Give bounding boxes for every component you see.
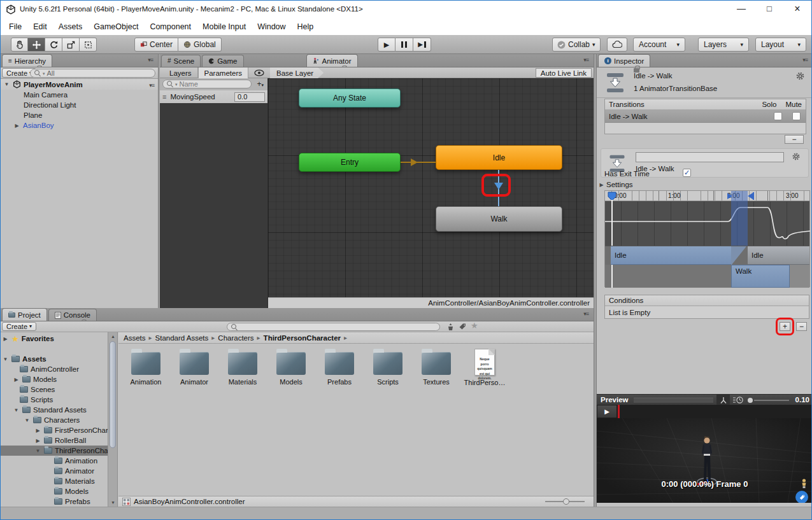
base-layer-breadcrumb[interactable]: Base Layer <box>270 67 324 78</box>
pause-button[interactable] <box>395 38 413 52</box>
hierarchy-item-main-camera[interactable]: Main Camera <box>1 90 158 100</box>
layers-dropdown[interactable]: Layers▾ <box>698 38 749 52</box>
tab-animator[interactable]: Animator <box>306 54 358 67</box>
tab-inspector[interactable]: iInspector <box>598 54 650 67</box>
rotate-tool-button[interactable] <box>45 38 62 52</box>
expander-icon[interactable]: ▼ <box>24 418 31 423</box>
remove-transition-button[interactable]: − <box>785 135 804 144</box>
menu-file[interactable]: File <box>3 22 27 31</box>
pivot-center-button[interactable]: Center <box>134 38 178 52</box>
expander-icon[interactable]: ▶ <box>34 428 41 433</box>
tab-hierarchy[interactable]: ≡Hierarchy <box>2 54 52 67</box>
asset-folder-prefabs[interactable]: Prefabs <box>315 352 364 386</box>
tree-item-scripts[interactable]: Scripts <box>1 395 117 405</box>
source-clip-idle[interactable]: Idle <box>611 246 731 265</box>
tree-item-models2[interactable]: Models <box>1 486 117 496</box>
menu-assets[interactable]: Assets <box>53 22 89 31</box>
mute-checkbox[interactable] <box>792 112 801 120</box>
add-parameter-button[interactable]: +▾ <box>257 80 264 88</box>
gear-icon[interactable] <box>795 71 805 81</box>
breadcrumb-characters[interactable]: Characters <box>218 334 253 342</box>
hierarchy-item-directional-light[interactable]: Directional Light <box>1 100 158 110</box>
breadcrumb-assets[interactable]: Assets <box>124 334 146 342</box>
menu-gameobject[interactable]: GameObject <box>88 22 144 31</box>
tab-game[interactable]: Game <box>202 55 243 67</box>
asset-file-thirdperson-doc[interactable]: Neque porro quisquam est qui dolorem.Thi… <box>460 349 509 386</box>
hierarchy-item-plane[interactable]: Plane <box>1 110 158 120</box>
transition-region[interactable] <box>731 191 748 246</box>
pane-menu-icon[interactable]: ▾≡ <box>583 311 588 317</box>
asset-folder-scripts[interactable]: Scripts <box>364 352 412 386</box>
cloud-button[interactable] <box>607 38 627 52</box>
timeline-ruler[interactable]: 0:00 1:00 2:00 3:00 <box>605 191 809 201</box>
hierarchy-item-asianboy[interactable]: ▶AsianBoy <box>1 120 158 130</box>
tree-item-animcontroller[interactable]: AnimController <box>1 364 117 374</box>
tree-scrollbar[interactable]: ▲ ▼ <box>108 332 117 507</box>
solo-checkbox[interactable] <box>774 112 782 120</box>
menu-component[interactable]: Component <box>144 22 197 31</box>
drag-handle-lines[interactable] <box>634 398 713 402</box>
hierarchy-search-input[interactable]: ▾All <box>30 69 155 78</box>
auto-live-link-button[interactable]: Auto Live Link <box>536 68 592 78</box>
tab-project[interactable]: Project <box>2 308 47 321</box>
search-by-label-icon[interactable] <box>459 323 467 331</box>
preview-gizmo-button[interactable] <box>716 395 730 405</box>
state-node-any-state[interactable]: Any State <box>299 88 401 108</box>
destination-clip-idle[interactable]: Idle <box>748 246 809 265</box>
expander-icon[interactable]: ▶ <box>13 377 20 383</box>
preview-play-bar[interactable]: ▶ <box>597 405 812 418</box>
layers-subtab[interactable]: Layers <box>164 67 198 78</box>
settings-expander-icon[interactable]: ▶ <box>598 182 605 188</box>
preview-viewport[interactable]: 0:00 (000.0%) Frame 0 <box>597 418 812 503</box>
expander-icon[interactable]: ▶ <box>2 336 9 342</box>
remove-condition-button[interactable]: − <box>796 322 807 331</box>
parameters-subtab[interactable]: Parameters <box>198 67 248 78</box>
preview-tag-button[interactable] <box>795 491 808 503</box>
pane-menu-icon[interactable]: ▾≡ <box>583 57 588 63</box>
transition-timeline[interactable]: 0:00 1:00 2:00 3:00 Idle Idle <box>604 190 810 287</box>
speed-slider-knob[interactable] <box>748 398 753 403</box>
menu-mobile-input[interactable]: Mobile Input <box>197 22 252 31</box>
tree-item-standard-assets[interactable]: ▼Standard Assets <box>1 405 117 415</box>
project-search-input[interactable] <box>227 323 440 331</box>
scene-row[interactable]: ▼ PlayerMoveAnim ▾≡ <box>1 79 158 90</box>
move-tool-button[interactable] <box>28 38 45 52</box>
asset-folder-animator[interactable]: Animator <box>170 352 218 386</box>
destination-clip-walk[interactable]: Walk <box>731 265 790 288</box>
avatar-pivot-icon[interactable] <box>801 479 808 489</box>
transition-row-selected[interactable]: Idle -> Walk <box>605 110 806 123</box>
search-by-type-icon[interactable] <box>446 323 455 331</box>
hand-tool-button[interactable] <box>11 38 28 52</box>
asset-grid[interactable]: Animation Animator Materials Models Pref… <box>118 344 594 496</box>
preview-header[interactable]: Preview 0.10 <box>597 394 812 405</box>
tree-item-rollerball[interactable]: ▶RollerBall <box>1 435 117 446</box>
thumbnail-size-slider[interactable] <box>545 498 585 505</box>
eye-icon[interactable] <box>254 69 264 76</box>
scrollbar-thumb[interactable] <box>110 341 116 448</box>
parameter-search-input[interactable]: ▾Name <box>162 80 252 88</box>
parameter-value-field[interactable]: 0.0 <box>234 92 265 102</box>
tree-item-scenes[interactable]: Scenes <box>1 384 117 395</box>
breadcrumb-standard-assets[interactable]: Standard Assets <box>155 334 209 342</box>
expander-icon[interactable]: ▼ <box>2 356 9 362</box>
state-node-idle[interactable]: Idle <box>436 145 562 170</box>
speed-slider-track[interactable] <box>754 400 789 401</box>
expander-icon[interactable]: ▼ <box>13 407 20 413</box>
gear-icon[interactable] <box>792 152 801 161</box>
expander-icon[interactable]: ▼ <box>3 81 10 87</box>
transition-name-field[interactable] <box>636 152 784 162</box>
state-node-walk[interactable]: Walk <box>436 206 562 232</box>
preview-speed-icon[interactable] <box>732 396 743 404</box>
tree-item-materials[interactable]: Materials <box>1 476 117 486</box>
breadcrumb-thirdpersoncharacter[interactable]: ThirdPersonCharacter <box>264 334 341 342</box>
transition-entry-to-idle[interactable] <box>401 162 436 163</box>
layout-dropdown[interactable]: Layout▾ <box>755 38 806 52</box>
asset-folder-models[interactable]: Models <box>267 352 315 386</box>
preview-play-button[interactable]: ▶ <box>597 405 616 418</box>
scroll-down-icon[interactable]: ▼ <box>111 500 115 505</box>
menu-help[interactable]: Help <box>292 22 320 31</box>
tab-scene[interactable]: #Scene <box>161 55 201 67</box>
menu-edit[interactable]: Edit <box>27 22 53 31</box>
tree-item-characters[interactable]: ▼Characters <box>1 415 117 425</box>
expander-icon[interactable]: ▶ <box>13 123 20 129</box>
